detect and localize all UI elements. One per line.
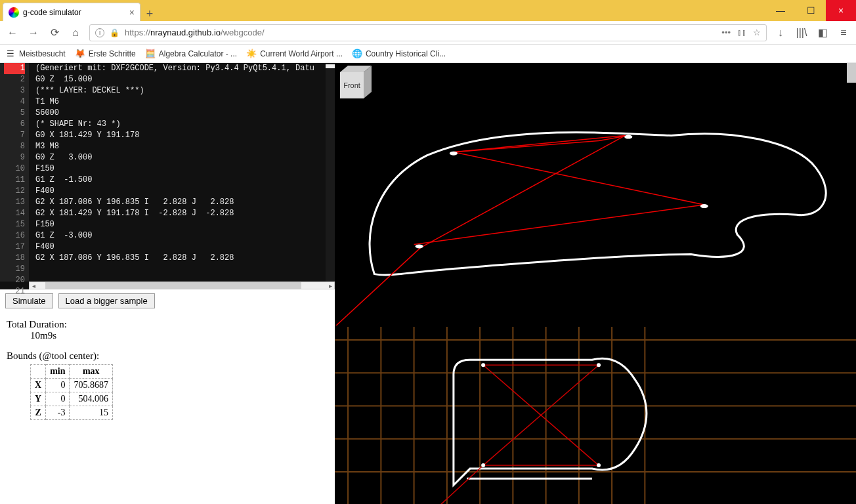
bounds-label: Bounds (@tool center): [7,350,328,362]
window-titlebar: g-code simulator × + — ☐ × [0,0,856,21]
gcode-editor[interactable]: 123456789101112131415161718192021 (Gener… [0,63,335,289]
svg-line-3 [454,152,704,205]
window-close-button[interactable]: × [826,0,856,21]
app-menu-icon[interactable]: ≡ [836,26,851,40]
bookmark-icon: ☀️ [246,49,257,59]
scrollbar-thumb[interactable] [45,282,301,289]
downloads-icon[interactable]: ↓ [773,26,788,40]
viewport-3d[interactable]: Front [335,63,856,326]
svg-point-7 [450,152,458,156]
svg-line-4 [414,205,704,244]
bookmark-label: Meistbesucht [19,49,66,58]
bounds-x-min: 0 [46,379,70,392]
editor-gutter: 123456789101112131415161718192021 [0,63,29,282]
bounds-z-max: 15 [70,406,113,420]
bounds-row-x: X [31,379,46,392]
forward-button[interactable]: → [26,26,41,40]
left-panel: 123456789101112131415161718192021 (Gener… [0,63,335,504]
total-duration-value: 10m9s [30,330,328,341]
svg-line-0 [335,247,421,326]
bounds-row-y: Y [31,392,46,406]
bookmark-label: Country Historical Cli... [366,49,446,58]
lock-icon: 🔒 [110,28,119,37]
bounds-z-min: -3 [46,406,70,420]
bookmark-label: Erste Schritte [89,49,136,58]
bounds-row-z: Z [31,406,46,420]
bookmark-icon: ☰ [5,49,16,59]
bookmark-icon: 🦊 [75,49,85,59]
scroll-right-icon[interactable]: ▸ [326,282,334,289]
orientation-cube[interactable]: Front [335,63,377,105]
editor-code-area[interactable]: (Generiert mit: DXF2GCODE, Version: Py3.… [29,63,326,282]
window-maximize-button[interactable]: ☐ [796,0,826,21]
tab-favicon-icon [9,7,19,18]
action-buttons: Simulate Load a bigger sample [0,289,335,312]
bookmarks-bar: ☰Meistbesucht 🦊Erste Schritte 🧮Algebra C… [0,45,856,63]
page-actions-icon[interactable]: ••• [721,28,731,37]
page-content: 123456789101112131415161718192021 (Gener… [0,63,856,504]
stats-panel: Total Duration: 10m9s Bounds (@tool cent… [0,312,335,427]
editor-horizontal-scrollbar[interactable]: ◂ ▸ [29,282,335,289]
toolpath-3d-svg [335,63,856,326]
bookmark-icon: 🧮 [145,49,156,59]
url-host: nraynaud.github.io [150,28,221,37]
svg-point-35 [481,363,485,367]
toolpath-2d-svg [335,327,856,504]
bookmark-historical-climate[interactable]: 🌐Country Historical Cli... [352,49,446,59]
url-path: /webgcode/ [221,28,265,37]
bookmark-icon: 🌐 [352,49,362,59]
bookmark-meistbesucht[interactable]: ☰Meistbesucht [5,49,66,59]
bounds-header-max: max [70,365,113,379]
right-panel: Front [335,63,856,504]
window-controls: — ☐ × [765,0,856,21]
svg-point-38 [597,463,601,467]
bounds-y-max: 504.006 [70,392,113,406]
bounds-header-min: min [46,365,70,379]
library-icon[interactable]: |||\ [794,26,809,40]
editor-minimap[interactable] [326,63,335,282]
tab-title: g-code simulator [23,8,125,17]
total-duration-label: Total Duration: [7,319,328,330]
load-bigger-sample-button[interactable]: Load a bigger sample [58,293,155,308]
tab-strip: g-code simulator × + [0,0,765,21]
reader-mode-icon[interactable]: ⫿⫿ [737,28,746,37]
url-scheme: https:// [125,28,150,37]
browser-toolbar: ← → ⟳ ⌂ i 🔒 https://nraynaud.github.io/w… [0,21,856,45]
bookmark-label: Current World Airport ... [260,49,343,58]
scroll-left-icon[interactable]: ◂ [30,282,37,289]
svg-point-9 [700,204,708,208]
url-actions: ••• ⫿⫿ ☆ [721,28,761,37]
bookmark-algebra-calculator[interactable]: 🧮Algebra Calculator - ... [145,49,237,59]
back-button[interactable]: ← [5,26,20,40]
cube-face-label: Front [343,81,360,89]
svg-point-36 [597,363,601,367]
site-info-icon[interactable]: i [95,28,104,37]
svg-point-37 [481,463,485,467]
url-text: https://nraynaud.github.io/webgcode/ [125,28,265,37]
bounds-y-min: 0 [46,392,70,406]
window-minimize-button[interactable]: — [765,0,796,21]
bookmark-star-icon[interactable]: ☆ [753,28,761,37]
reload-button[interactable]: ⟳ [47,26,62,40]
browser-tab[interactable]: g-code simulator × [3,3,140,21]
tab-close-icon[interactable]: × [129,7,135,18]
svg-point-8 [624,135,632,139]
url-bar[interactable]: i 🔒 https://nraynaud.github.io/webgcode/… [89,24,767,41]
home-button[interactable]: ⌂ [68,26,83,40]
bookmark-world-airport[interactable]: ☀️Current World Airport ... [246,49,343,59]
viewport-2d[interactable] [335,327,856,504]
svg-line-5 [454,141,599,152]
svg-point-10 [416,244,423,248]
bounds-table: minmax X0705.8687 Y0504.006 Z-315 [30,364,113,420]
sidebar-toggle-icon[interactable]: ◧ [815,26,830,40]
bookmark-erste-schritte[interactable]: 🦊Erste Schritte [75,49,136,59]
new-tab-button[interactable]: + [140,7,159,21]
bookmark-label: Algebra Calculator - ... [159,49,237,58]
bounds-x-max: 705.8687 [70,379,113,392]
